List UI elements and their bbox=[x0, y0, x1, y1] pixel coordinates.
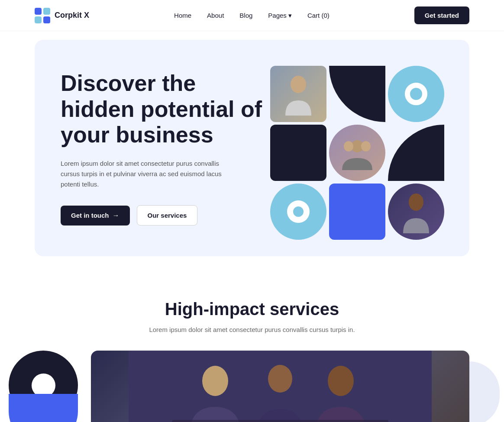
arrow-right-icon: → bbox=[113, 212, 120, 219]
svg-point-12 bbox=[328, 366, 354, 396]
hero-title: Discover the hidden potential of your bu… bbox=[61, 71, 268, 148]
nav-blog[interactable]: Blog bbox=[239, 12, 252, 19]
our-services-button[interactable]: Our services bbox=[137, 205, 198, 225]
nav-pages-dropdown[interactable]: Pages ▾ bbox=[268, 12, 292, 19]
svg-rect-2 bbox=[35, 16, 42, 23]
svg-point-4 bbox=[291, 76, 306, 93]
hero-section: Discover the hidden potential of your bu… bbox=[35, 40, 469, 256]
hero-buttons: Get in touch → Our services bbox=[61, 205, 268, 225]
svg-point-10 bbox=[202, 366, 228, 396]
chevron-down-icon: ▾ bbox=[288, 12, 292, 19]
svg-point-8 bbox=[409, 193, 423, 211]
hero-content: Discover the hidden potential of your bu… bbox=[61, 71, 268, 225]
svg-point-6 bbox=[344, 141, 353, 151]
inner-circle-1 bbox=[405, 83, 427, 105]
services-main-image bbox=[91, 351, 469, 422]
nav-cart[interactable]: Cart (0) bbox=[307, 12, 330, 19]
mosaic-cell-person2 bbox=[388, 184, 444, 240]
svg-rect-0 bbox=[35, 8, 42, 15]
mosaic-cell-group bbox=[329, 125, 385, 181]
mosaic-cell-lightblue2 bbox=[270, 184, 326, 240]
deco-blue-half bbox=[9, 394, 78, 422]
logo-link[interactable]: Corpkit X bbox=[35, 8, 89, 23]
services-team-photo bbox=[91, 351, 469, 422]
mosaic-cell-dark2 bbox=[270, 125, 326, 181]
services-description: Lorem ipsum dolor sit amet consectetur p… bbox=[144, 326, 360, 333]
get-started-button[interactable]: Get started bbox=[414, 6, 469, 24]
mosaic-cell-person1 bbox=[270, 66, 326, 122]
svg-point-7 bbox=[361, 141, 371, 151]
inner-circle-2 bbox=[287, 200, 310, 223]
svg-rect-13 bbox=[172, 420, 388, 422]
nav-pages-label: Pages bbox=[268, 12, 287, 19]
nav-home[interactable]: Home bbox=[174, 12, 191, 19]
mosaic-cell-dark3 bbox=[388, 125, 444, 181]
nav-links: Home About Blog Pages ▾ Cart (0) bbox=[174, 12, 330, 19]
team-svg bbox=[129, 351, 432, 422]
services-section: High-impact services Lorem ipsum dolor s… bbox=[0, 265, 504, 351]
nav-about[interactable]: About bbox=[207, 12, 224, 19]
mosaic-cell-dark1 bbox=[329, 66, 385, 122]
hero-visual bbox=[270, 66, 443, 230]
svg-rect-1 bbox=[43, 8, 50, 15]
logo-text: Corpkit X bbox=[55, 11, 89, 20]
navbar: Corpkit X Home About Blog Pages ▾ Cart (… bbox=[0, 0, 504, 31]
logo-icon bbox=[35, 8, 50, 23]
mosaic-cell-lightblue-circle bbox=[388, 66, 444, 122]
services-right-decoration bbox=[469, 351, 504, 422]
person1-photo bbox=[270, 66, 326, 122]
svg-rect-3 bbox=[43, 16, 50, 23]
services-title: High-impact services bbox=[35, 300, 469, 319]
svg-point-11 bbox=[268, 365, 292, 393]
person2-photo bbox=[388, 184, 444, 240]
get-in-touch-button[interactable]: Get in touch → bbox=[61, 206, 130, 225]
deco-right-semi bbox=[469, 361, 500, 422]
services-left-decoration bbox=[0, 351, 91, 422]
services-visual-row bbox=[0, 351, 504, 422]
mosaic-cell-blue bbox=[329, 184, 385, 240]
group-photo bbox=[329, 125, 385, 181]
hero-mosaic-grid bbox=[270, 66, 443, 240]
hero-description: Lorem ipsum dolor sit amet consectetur p… bbox=[61, 158, 234, 190]
